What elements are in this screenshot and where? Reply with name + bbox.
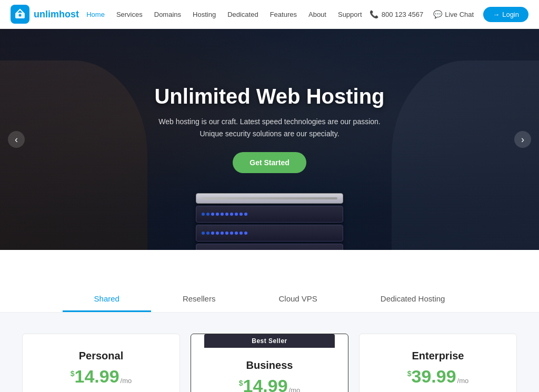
price-dollar-business: $ [239,379,243,387]
chat-icon: 💬 [433,9,442,19]
logo[interactable]: unlimhost [11,5,79,24]
get-started-button[interactable]: Get Started [233,152,306,173]
pricing-grid: Personal $ 14.99 /mo 19 Resold Accounts … [16,334,523,392]
phone-icon: 📞 [370,9,379,19]
hero-subtitle: Web hosting is our craft. Latest speed t… [154,116,384,139]
nav-about[interactable]: About [308,11,326,18]
tab-shared[interactable]: Shared [63,287,151,312]
price-amount-personal: 14.99 [75,367,119,385]
livechat-label: Live Chat [445,11,474,18]
plan-name-business: Business [204,359,335,371]
nav-services[interactable]: Services [116,11,143,18]
hero-title: Unlimited Web Hosting [154,85,384,108]
server-unit-top [196,193,343,204]
hero-section: ‹ Unlimited Web Hosting Web hosting is o… [0,29,539,250]
price-period-enterprise: /mo [457,377,469,385]
price-area-personal: $ 14.99 /mo [36,367,166,385]
nav-support[interactable]: Support [338,11,362,18]
server-unit-2 [196,225,343,242]
header-right: 📞 800 123 4567 💬 Live Chat → Login [370,7,528,22]
price-dollar-personal: $ [71,369,75,378]
tabs-container: Shared Resellers Cloud VPS Dedicated Hos… [0,287,539,312]
pricing-section: Personal $ 14.99 /mo 19 Resold Accounts … [0,313,539,392]
price-amount-business: 14.99 [243,377,288,392]
header: unlimhost Home Services Domains Hosting … [0,0,539,29]
login-button[interactable]: → Login [483,7,528,22]
pricing-card-personal: Personal $ 14.99 /mo 19 Resold Accounts … [22,334,180,392]
phone-number: 800 123 4567 [382,11,424,18]
nav-features[interactable]: Features [270,11,297,18]
login-arrow-icon: → [493,11,500,18]
server-image [196,193,343,250]
price-area-business: $ 14.99 /mo [204,377,335,392]
best-seller-badge: Best Seller [204,334,335,348]
pricing-card-enterprise: Enterprise $ 39.99 /mo 119 Resold Accoun… [359,334,517,392]
livechat-area[interactable]: 💬 Live Chat [433,9,474,19]
price-area-enterprise: $ 39.99 /mo [373,367,503,385]
hero-prev-button[interactable]: ‹ [8,131,25,148]
phone-area: 📞 800 123 4567 [370,9,424,19]
nav-home[interactable]: Home [86,11,105,18]
pricing-card-business: Best Seller Business $ 14.99 /mo 99 Reso… [191,334,348,392]
tab-cloud-vps[interactable]: Cloud VPS [247,287,348,312]
tab-dedicated-hosting[interactable]: Dedicated Hosting [349,287,477,312]
plan-name-enterprise: Enterprise [373,350,503,362]
nav-domains[interactable]: Domains [154,11,181,18]
server-unit-3 [196,244,343,250]
server-unit-1 [196,206,343,223]
logo-icon [11,5,29,24]
hero-next-button[interactable]: › [514,131,531,148]
hosting-tabs: Shared Resellers Cloud VPS Dedicated Hos… [0,250,539,313]
nav-hosting[interactable]: Hosting [193,11,216,18]
svg-point-1 [19,14,22,17]
price-period-personal: /mo [121,377,132,385]
price-dollar-enterprise: $ [407,369,412,378]
tab-resellers[interactable]: Resellers [151,287,247,312]
price-period-business: /mo [289,386,301,392]
main-nav: Home Services Domains Hosting Dedicated … [86,11,362,18]
nav-dedicated[interactable]: Dedicated [227,11,258,18]
hero-content: Unlimited Web Hosting Web hosting is our… [144,85,395,173]
price-amount-enterprise: 39.99 [412,367,456,385]
logo-text: unlimhost [34,9,79,20]
plan-name-personal: Personal [36,350,166,362]
